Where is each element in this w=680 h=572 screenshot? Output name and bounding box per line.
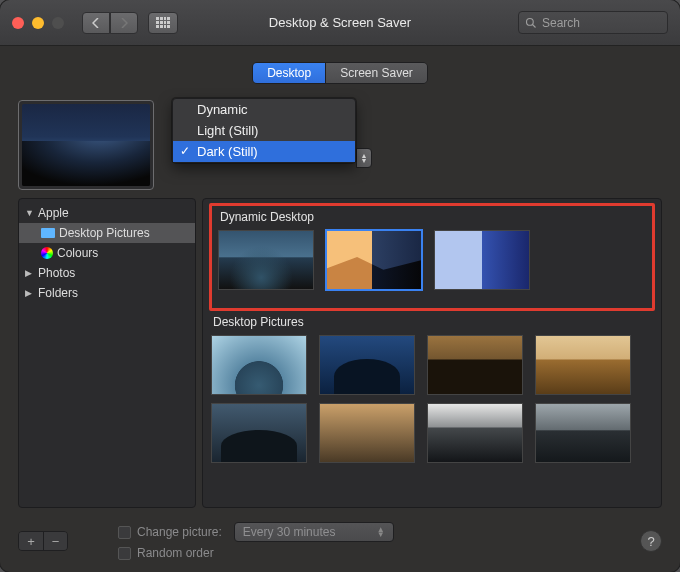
change-picture-checkbox[interactable]	[118, 526, 131, 539]
wallpaper-preview	[18, 100, 154, 190]
footer-bar: + − Change picture: Every 30 minutes ▲▼ …	[18, 522, 662, 560]
wallpaper-thumb[interactable]	[427, 335, 523, 395]
back-button[interactable]	[82, 12, 110, 34]
change-picture-label: Change picture:	[137, 525, 222, 539]
wallpaper-thumb[interactable]	[319, 403, 415, 463]
window-controls	[12, 17, 64, 29]
wallpaper-thumb[interactable]	[434, 230, 530, 290]
folder-icon	[41, 228, 55, 238]
dropdown-option-dark[interactable]: Dark (Still)	[173, 141, 355, 162]
wallpaper-thumb[interactable]	[535, 335, 631, 395]
wallpaper-thumb[interactable]	[319, 335, 415, 395]
help-button[interactable]: ?	[640, 530, 662, 552]
pictures-thumb-row	[211, 335, 653, 395]
tab-desktop[interactable]: Desktop	[253, 63, 325, 83]
random-order-checkbox[interactable]	[118, 547, 131, 560]
sidebar-item-apple[interactable]: ▼ Apple	[19, 203, 195, 223]
pictures-thumb-row	[211, 403, 653, 463]
svg-point-0	[527, 18, 534, 25]
sidebar-label: Photos	[38, 266, 75, 280]
change-interval-popup: Every 30 minutes ▲▼	[234, 522, 394, 542]
random-order-label: Random order	[137, 546, 214, 560]
chevron-right-icon	[120, 18, 128, 28]
content-area: Desktop Screen Saver Dynamic Light (Stil…	[0, 46, 680, 572]
wallpaper-preview-image	[22, 104, 150, 186]
search-placeholder: Search	[542, 16, 580, 30]
preferences-window: Desktop & Screen Saver Search Desktop Sc…	[0, 0, 680, 572]
close-window-button[interactable]	[12, 17, 24, 29]
section-title-pictures: Desktop Pictures	[213, 315, 653, 329]
colour-wheel-icon	[41, 247, 53, 259]
lower-pane: ▼ Apple Desktop Pictures Colours ▶ Photo…	[18, 198, 662, 508]
dynamic-thumb-row	[218, 230, 646, 290]
sidebar-label: Colours	[57, 246, 98, 260]
wallpaper-thumb[interactable]	[427, 403, 523, 463]
appearance-dropdown-menu[interactable]: Dynamic Light (Still) Dark (Still)	[172, 98, 356, 163]
wallpaper-thumb[interactable]	[211, 335, 307, 395]
grid-icon	[156, 17, 170, 29]
disclosure-triangle-icon[interactable]: ▶	[25, 288, 34, 298]
disclosure-triangle-icon[interactable]: ▶	[25, 268, 34, 278]
show-all-button[interactable]	[148, 12, 178, 34]
sidebar-item-photos[interactable]: ▶ Photos	[19, 263, 195, 283]
add-folder-button[interactable]: +	[19, 532, 43, 550]
sidebar-item-desktop-pictures[interactable]: Desktop Pictures	[19, 223, 195, 243]
random-order-row: Random order	[118, 546, 394, 560]
minimize-window-button[interactable]	[32, 17, 44, 29]
sidebar-item-colours[interactable]: Colours	[19, 243, 195, 263]
toolbar: Desktop & Screen Saver Search	[0, 0, 680, 46]
disclosure-triangle-icon[interactable]: ▼	[25, 208, 34, 218]
interval-value: Every 30 minutes	[243, 525, 336, 539]
search-field[interactable]: Search	[518, 11, 668, 34]
sidebar-item-folders[interactable]: ▶ Folders	[19, 283, 195, 303]
sidebar-label: Desktop Pictures	[59, 226, 150, 240]
zoom-window-button	[52, 17, 64, 29]
sidebar-label: Apple	[38, 206, 69, 220]
sidebar-label: Folders	[38, 286, 78, 300]
chevron-left-icon	[92, 18, 100, 28]
wallpaper-grid: Dynamic Desktop Desktop Pictures	[202, 198, 662, 508]
segmented-control: Desktop Screen Saver	[252, 62, 428, 84]
dynamic-desktop-highlight: Dynamic Desktop	[209, 203, 655, 311]
forward-button	[110, 12, 138, 34]
dropdown-option-dynamic[interactable]: Dynamic	[173, 99, 355, 120]
wallpaper-thumb[interactable]	[326, 230, 422, 290]
section-title-dynamic: Dynamic Desktop	[220, 210, 646, 224]
preview-row: Dynamic Light (Still) Dark (Still) ▲▼	[18, 100, 662, 190]
wallpaper-thumb[interactable]	[218, 230, 314, 290]
wallpaper-thumb[interactable]	[535, 403, 631, 463]
popup-arrows-icon: ▲▼	[377, 527, 385, 537]
wallpaper-thumb[interactable]	[211, 403, 307, 463]
dropdown-stepper-icon[interactable]: ▲▼	[356, 148, 372, 168]
search-icon	[525, 17, 537, 29]
dropdown-option-light[interactable]: Light (Still)	[173, 120, 355, 141]
tab-bar: Desktop Screen Saver	[18, 62, 662, 84]
tab-screen-saver[interactable]: Screen Saver	[325, 63, 427, 83]
source-sidebar: ▼ Apple Desktop Pictures Colours ▶ Photo…	[18, 198, 196, 508]
change-picture-row: Change picture: Every 30 minutes ▲▼	[118, 522, 394, 542]
add-remove-control: + −	[18, 531, 68, 551]
svg-line-1	[533, 24, 536, 27]
remove-folder-button[interactable]: −	[43, 532, 67, 550]
